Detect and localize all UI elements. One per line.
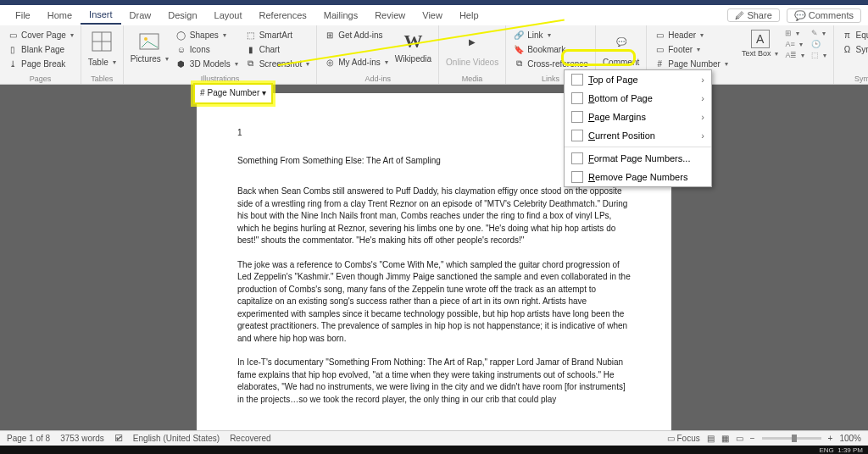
dropdown-bottom-of-page[interactable]: Bottom of Page (565, 89, 711, 108)
status-words[interactable]: 3753 words (60, 434, 104, 443)
ribbon-tabs: File Home Insert Draw Design Layout Refe… (0, 5, 868, 25)
equation-label: Equation (855, 30, 868, 40)
xref-icon: ⧉ (513, 58, 525, 69)
wikipedia-button[interactable]: Wikipedia (393, 53, 433, 64)
cover-page-button[interactable]: ▭Cover Page (5, 28, 75, 42)
comments-label: Comments (809, 10, 854, 20)
tab-mailings[interactable]: Mailings (315, 7, 366, 24)
group-addins: ⊞Get Add-ins ◎My Add-ins W Wikipedia Add… (317, 25, 439, 84)
3d-models-button[interactable]: ⬢3D Models (174, 57, 240, 70)
status-page[interactable]: Page 1 of 8 (7, 434, 50, 443)
screenshot-button[interactable]: ⧉Screenshot (243, 57, 312, 70)
icons-label: Icons (190, 45, 210, 54)
bookmark-button[interactable]: 🔖Bookmark (511, 42, 590, 56)
dropdown-top-of-page[interactable]: TTop of Pageop of Page (565, 70, 711, 89)
svg-point-4 (144, 37, 147, 41)
get-addins-button[interactable]: ⊞Get Add-ins (322, 28, 389, 42)
symbol-button[interactable]: ΩSymbol (839, 42, 868, 56)
tab-layout[interactable]: Layout (206, 7, 251, 24)
view-print-icon[interactable]: ▦ (721, 434, 729, 443)
my-addins-button[interactable]: ◎My Add-ins (322, 55, 389, 69)
page-break-icon: ⤓ (7, 58, 19, 69)
header-label: Header (668, 30, 696, 40)
footer-label: Footer (668, 45, 693, 54)
dropdown-current-position[interactable]: Current Position (565, 126, 711, 145)
page-number-badge-icon: # (200, 87, 205, 100)
dropdown-remove-page-numbers[interactable]: Remove Page Numbers (565, 168, 711, 186)
status-recovered: Recovered (230, 434, 270, 443)
table-icon (90, 30, 114, 53)
cross-reference-button[interactable]: ⧉Cross-reference (511, 57, 590, 70)
share-button[interactable]: 🖉 Share (727, 8, 779, 22)
comment-button[interactable]: Comment (601, 57, 641, 68)
footer-button[interactable]: ▭Footer (652, 42, 730, 56)
page-number-badge[interactable]: # Page Number ▾ (193, 83, 273, 104)
system-clock[interactable]: ENG 1:39 PM (819, 446, 863, 454)
group-symbols-label: Symbols (839, 74, 868, 83)
object-button[interactable]: ⬚ (810, 50, 828, 60)
format-icon (571, 152, 583, 164)
equation-button[interactable]: πEquation (839, 28, 868, 42)
os-lang: ENG (819, 446, 833, 454)
document-area[interactable]: # Page Number ▾ 1 Something From Somethi… (0, 85, 868, 439)
my-addins-label: My Add-ins (338, 58, 380, 67)
shapes-label: Shapes (190, 30, 219, 40)
tab-design[interactable]: Design (159, 7, 205, 24)
comments-button[interactable]: 💬 Comments (787, 8, 861, 23)
zoom-slider[interactable] (762, 437, 821, 440)
taskbar: ENG 1:39 PM (0, 446, 868, 454)
page-number-button[interactable]: #Page Number (652, 57, 730, 70)
signature-button[interactable]: ✎ (810, 28, 828, 38)
group-tables-label: Tables (86, 74, 118, 83)
textbox-button[interactable]: Text Box (740, 48, 781, 58)
view-web-icon[interactable]: ▭ (736, 434, 743, 443)
dropdown-caret-icon: ▾ (262, 87, 266, 100)
header-button[interactable]: ▭Header (652, 28, 730, 42)
quick-parts-button[interactable]: ⊞ (783, 28, 806, 38)
page-break-button[interactable]: ⤓Page Break (5, 57, 75, 70)
remove-icon (571, 171, 583, 183)
group-addins-label: Add-ins (322, 74, 433, 83)
datetime-button[interactable]: 🕒 (810, 39, 828, 49)
online-video-button[interactable]: Online Videos (444, 57, 500, 68)
chart-button[interactable]: ▮Chart (243, 42, 312, 56)
tab-insert[interactable]: Insert (81, 6, 121, 25)
blank-page-label: Blank Page (21, 45, 64, 54)
symbol-label: Symbol (855, 45, 868, 54)
dropdown-page-margins[interactable]: Page Margins (565, 108, 711, 126)
view-read-icon[interactable]: ▤ (707, 434, 715, 443)
video-icon: ▶ (460, 30, 484, 53)
focus-mode-button[interactable]: ▭ Focus (667, 434, 700, 443)
3d-models-icon: ⬢ (175, 58, 187, 69)
zoom-out-button[interactable]: − (750, 434, 755, 443)
table-button[interactable]: Table (86, 57, 118, 68)
shapes-button[interactable]: ◯Shapes (174, 28, 240, 42)
tab-help[interactable]: Help (451, 7, 487, 24)
group-symbols: πEquation ΩSymbol Symbols (834, 25, 868, 84)
tab-file[interactable]: File (7, 7, 39, 24)
smartart-button[interactable]: ⬚SmartArt (243, 28, 312, 42)
screenshot-icon: ⧉ (245, 58, 257, 69)
dropcap-button[interactable]: A≣ (783, 50, 806, 60)
tab-draw[interactable]: Draw (121, 7, 160, 24)
chart-icon: ▮ (245, 43, 257, 55)
blank-page-button[interactable]: ▯Blank Page (5, 42, 75, 56)
tab-references[interactable]: References (251, 7, 315, 24)
tab-view[interactable]: View (414, 7, 451, 24)
icons-icon: ☺ (175, 43, 187, 55)
zoom-in-button[interactable]: + (828, 434, 833, 443)
pictures-button[interactable]: Pictures (129, 53, 170, 64)
status-language[interactable]: English (United States) (133, 434, 220, 443)
icons-button[interactable]: ☺Icons (174, 42, 240, 56)
tab-home[interactable]: Home (39, 7, 81, 24)
equation-icon: π (841, 29, 853, 41)
tab-review[interactable]: Review (366, 7, 414, 24)
shapes-icon: ◯ (175, 29, 187, 41)
wordart-button[interactable]: A≡ (783, 39, 806, 49)
dropdown-separator (565, 147, 711, 147)
status-spellcheck-icon[interactable]: 🗹 (114, 434, 123, 443)
link-button[interactable]: 🔗Link (511, 28, 590, 42)
zoom-level[interactable]: 100% (839, 434, 861, 443)
bookmark-label: Bookmark (527, 45, 565, 54)
dropdown-format-page-numbers[interactable]: Format Page Numbers... (565, 149, 711, 168)
